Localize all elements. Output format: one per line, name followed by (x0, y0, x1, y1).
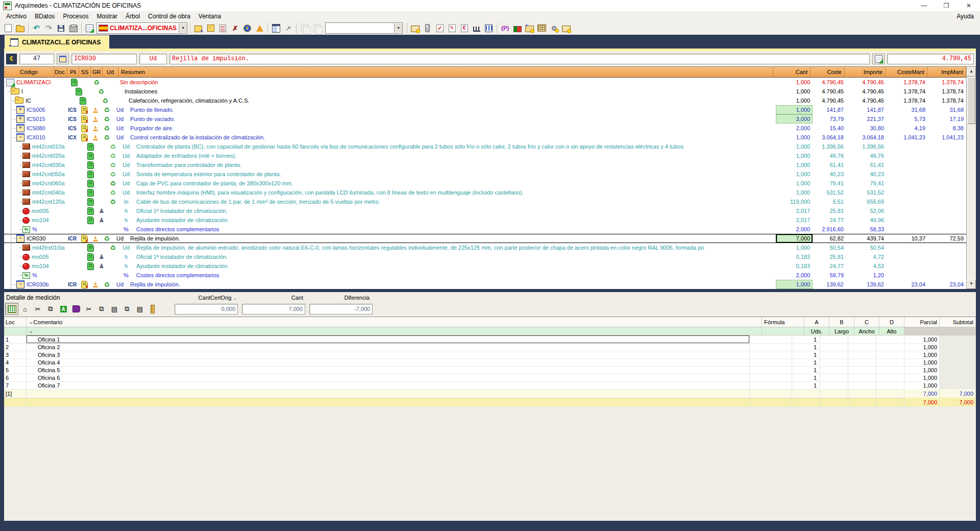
new-job-button[interactable] (192, 22, 204, 34)
alto-cell[interactable] (876, 351, 904, 359)
tree-row[interactable]: IC♻Calefacción, refrigeración, climatiza… (4, 96, 966, 105)
tree-row[interactable]: +ICS080ICS♻UdPurgador de aire.2,00015,40… (4, 124, 966, 133)
formula-cell[interactable] (750, 351, 792, 359)
uds-cell[interactable]: 1 (792, 381, 820, 390)
uds-cell[interactable]: 1 (792, 343, 820, 351)
comment-cell[interactable]: Oficina 1 (27, 335, 750, 344)
card-star-button[interactable] (524, 22, 535, 34)
ancho-cell[interactable] (848, 358, 876, 367)
unit-icon[interactable]: + (16, 124, 24, 132)
largo-cell[interactable] (820, 351, 848, 359)
tree-row[interactable]: mt42cnt010a♻UdControlador de planta (BC)… (4, 142, 966, 151)
measurement-row[interactable]: 5Oficina 511,000 (4, 366, 976, 374)
column-header-ss[interactable]: SS (79, 67, 91, 77)
tree-row[interactable]: CLIMATIZACI♻Sin descripción1,0004.790,45… (4, 78, 966, 87)
cant-cell[interactable]: 1,000 (776, 142, 813, 151)
vertical-scrollbar[interactable]: ▲ ▼ (966, 67, 976, 289)
tree-row[interactable]: %%%Costes directos complementarios2,0005… (4, 271, 966, 280)
cant-cell[interactable]: 1,000 (776, 188, 813, 197)
export-job-button[interactable] (205, 22, 216, 34)
tree-row[interactable]: +ICS015ICS♻UdPunto de vaciado.3,00073,79… (4, 114, 966, 124)
zoom-prev-button[interactable]: ⌂ (19, 303, 31, 315)
unit-field[interactable]: Ud (139, 54, 167, 64)
formula-cell[interactable] (750, 358, 792, 367)
column-header-cant[interactable]: Cant (773, 67, 811, 77)
ancho-cell[interactable] (848, 351, 876, 359)
ancho-cell[interactable] (848, 335, 876, 344)
column-header-costemant[interactable]: CosteMant (886, 67, 927, 77)
tree-row[interactable]: mt42cnt060a♻UdCaja de PVC para controlad… (4, 179, 966, 188)
uds-cell[interactable]: 1 (792, 366, 820, 374)
measurement-row[interactable]: 3Oficina 311,000 (4, 351, 976, 358)
filter-chevron-icon[interactable]: ⌄ (29, 328, 33, 334)
comment-cell[interactable]: Oficina 7 (27, 381, 750, 390)
uds-cell[interactable]: 1 (792, 335, 820, 344)
undo-button[interactable]: ↶ (31, 22, 42, 34)
cant-cell[interactable]: 2,017 (776, 215, 813, 225)
cant-cell[interactable]: 2,000 (776, 225, 813, 234)
tree-row[interactable]: %%%Costes directos complementarios2,0002… (4, 225, 966, 234)
scroll-up-button[interactable]: ▲ (967, 67, 976, 77)
diferencia-field[interactable]: -7,000 (309, 304, 373, 315)
ruler-button[interactable] (146, 303, 159, 315)
dwg-import-button[interactable]: A (57, 303, 69, 315)
cant-cell[interactable]: 3,000 (776, 114, 813, 124)
cant-cell[interactable]: 1,000 (776, 160, 813, 170)
window-tree-button[interactable] (270, 22, 282, 34)
tree-row[interactable]: +ICS005ICS♻UdPunto de llenado.1,000141,8… (4, 105, 966, 114)
measurement-row[interactable]: 4Oficina 411,000 (4, 358, 976, 366)
menu-ayuda[interactable]: Ayuda (952, 12, 980, 20)
subtotal-header[interactable]: Subtotal (940, 317, 976, 327)
book-columns-button[interactable] (483, 22, 495, 34)
loc-header[interactable]: Loc (4, 317, 27, 327)
ancho-cell[interactable] (848, 343, 876, 351)
cant-cell[interactable]: 1,000 (776, 151, 813, 160)
unit-icon[interactable]: − (16, 133, 24, 141)
tree-row[interactable]: mo104♟hAyudante instalador de climatizac… (4, 215, 966, 225)
formula-cell[interactable] (750, 366, 792, 374)
sheet-check-button[interactable] (872, 54, 885, 64)
minimize-button[interactable]: — (913, 0, 935, 11)
table-grid-button[interactable] (536, 22, 548, 34)
tree-row[interactable]: mo005♟hOficial 1ª instalador de climatiz… (4, 252, 966, 261)
tab-climatizacion[interactable]: CLIMATIZACI...E OFICINAS (5, 35, 109, 49)
column-header-pli[interactable]: Pli (67, 67, 79, 77)
dropdown-chevron-icon[interactable]: ⌄ (233, 296, 237, 301)
job-combo[interactable]: CLIMATIZA...OFICINAS▼ (96, 22, 187, 34)
measurement-row[interactable]: 6Oficina 611,000 (4, 374, 976, 381)
ancho-cell[interactable] (848, 374, 876, 382)
cant-cell[interactable]: 1,000 (776, 179, 813, 188)
col-header-d[interactable]: D (879, 317, 904, 327)
cant-cell[interactable]: 0,183 (776, 261, 813, 271)
formula-cell[interactable] (750, 381, 792, 390)
search-combo[interactable]: ▼ (325, 22, 403, 34)
comment-cell[interactable]: Oficina 4 (27, 358, 750, 367)
comment-header[interactable]: ⌄ Comentario (27, 317, 762, 327)
column-header-gr[interactable]: GR (91, 67, 103, 77)
copy-doc-button[interactable]: ⧉ (121, 303, 133, 315)
delete-job-button[interactable]: ✗ (229, 22, 241, 34)
column-header-resumen[interactable]: Resumen (118, 67, 773, 77)
alto-cell[interactable] (876, 374, 904, 382)
maximize-button[interactable]: ❐ (935, 0, 958, 11)
print-button[interactable] (67, 22, 79, 34)
cantcertorig-field[interactable]: 0,000 (175, 304, 238, 315)
braces-button[interactable]: {P} (499, 22, 511, 34)
cantcertorig-label[interactable]: CantCertOrig ⌄ (175, 295, 241, 301)
tree-row[interactable]: −ICR030bICR♻UdRejilla de impulsión.1,000… (4, 280, 966, 289)
close-button[interactable]: ✕ (958, 0, 980, 11)
cant-cell[interactable]: 119,000 (776, 197, 813, 206)
menu-mostrar[interactable]: Mostrar (92, 12, 121, 20)
chart-button[interactable]: ↗ (282, 22, 294, 34)
comment-cell[interactable]: Oficina 3 (27, 351, 750, 359)
tree-row[interactable]: mt42cnt020a♻UdAdaptador de enfriadora (r… (4, 151, 966, 160)
job-combo-arrow-icon[interactable]: ▼ (179, 23, 187, 33)
job-view-button[interactable] (84, 22, 95, 34)
new-document-button[interactable] (2, 22, 14, 34)
menu-archivo[interactable]: Archivo (2, 12, 31, 20)
tree-row[interactable]: −ICX010ICX♻UdControl centralizado de la … (4, 133, 966, 142)
uds-cell[interactable]: 1 (792, 374, 820, 382)
scroll-down-button[interactable]: ▼ (967, 279, 976, 289)
copy-button[interactable]: ⧉ (95, 303, 108, 315)
cant-field[interactable]: 7,000 (242, 304, 305, 315)
